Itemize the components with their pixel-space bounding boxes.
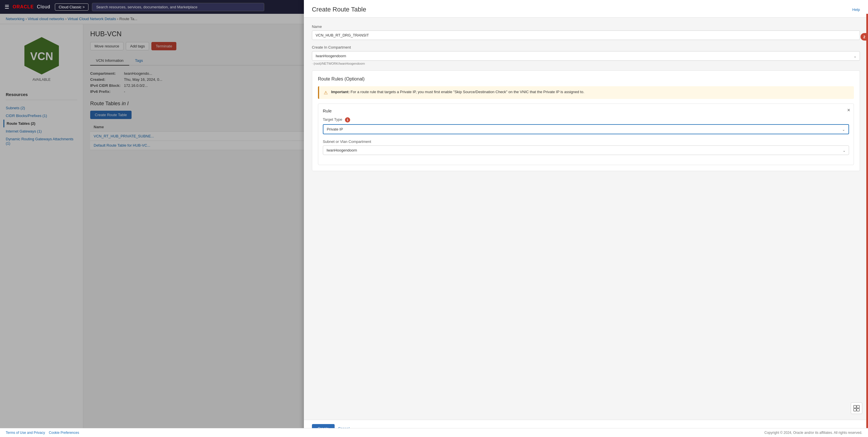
subnet-compartment-form-group: Subnet or Vlan Compartment IwanHoogendoo… — [323, 140, 849, 155]
rule-close-button[interactable]: × — [847, 107, 850, 113]
target-type-select-wrapper: Private IP — [323, 125, 848, 134]
modal-header: Create Route Table Help — [304, 0, 868, 18]
subnet-compartment-label: Subnet or Vlan Compartment — [323, 140, 849, 144]
oracle-logo: ORACLE Cloud — [13, 4, 50, 9]
hamburger-menu[interactable]: ☰ — [5, 4, 9, 10]
footer-copyright: Copyright © 2024, Oracle and/or its affi… — [764, 431, 862, 435]
important-banner: ⚠ Important: For a route rule that targe… — [318, 86, 854, 99]
scrollbar-indicator — [866, 14, 868, 436]
cloud-text: Cloud — [37, 4, 50, 9]
route-rules-title: Route Rules (Optional) — [318, 77, 854, 82]
important-title: Important: — [331, 90, 349, 94]
target-type-form-group: Target Type 1 Private IP — [323, 117, 849, 134]
badge-1: 1 — [345, 117, 350, 122]
svg-rect-2 — [854, 405, 856, 408]
route-rules-section: Route Rules (Optional) ⚠ Important: For … — [312, 70, 860, 171]
cloud-classic-label: Cloud Classic > — [59, 5, 85, 9]
cookie-link[interactable]: Cookie Preferences — [49, 431, 79, 435]
badge-2: 2 — [861, 33, 868, 40]
target-type-field: Private IP — [323, 124, 849, 134]
rule-card: Rule × Target Type 1 Private IP — [318, 104, 854, 165]
subnet-compartment-select[interactable]: IwanHoogendoorn — [323, 145, 849, 155]
compartment-form-group: Create In Compartment IwanHoogendoorn · … — [312, 45, 860, 65]
rule-title: Rule — [323, 108, 849, 113]
svg-rect-4 — [854, 409, 856, 411]
modal-title: Create Route Table — [312, 6, 366, 13]
footer: Terms of Use and Privacy Cookie Preferen… — [0, 428, 868, 436]
compartment-select[interactable]: IwanHoogendoorn — [312, 51, 860, 61]
subnet-compartment-select-wrapper: IwanHoogendoorn — [323, 145, 849, 155]
compartment-path: · (root)/NETWORK/IwanHoogendoorn — [312, 62, 860, 65]
oracle-text: ORACLE — [13, 4, 34, 9]
target-type-select[interactable]: Private IP — [323, 125, 848, 134]
modal-panel: Create Route Table Help Name Create In C… — [304, 0, 868, 436]
terms-link[interactable]: Terms of Use and Privacy — [6, 431, 45, 435]
warning-icon: ⚠ — [324, 90, 328, 95]
target-type-label: Target Type 1 — [323, 117, 849, 122]
footer-left: Terms of Use and Privacy Cookie Preferen… — [6, 431, 79, 435]
name-form-group: Name — [312, 24, 860, 40]
cloud-classic-button[interactable]: Cloud Classic > — [55, 3, 89, 11]
compartment-label-modal: Create In Compartment — [312, 45, 860, 50]
modal-body: Name Create In Compartment IwanHoogendoo… — [304, 18, 868, 420]
important-text: Important: For a route rule that targets… — [331, 90, 585, 94]
help-link[interactable]: Help — [852, 7, 860, 12]
floating-help-button[interactable] — [851, 403, 862, 414]
compartment-select-wrapper: IwanHoogendoorn — [312, 51, 860, 61]
name-label: Name — [312, 24, 860, 29]
svg-rect-5 — [857, 409, 859, 411]
important-body: For a route rule that targets a Private … — [351, 90, 585, 94]
svg-rect-3 — [857, 405, 859, 408]
search-input[interactable] — [92, 3, 264, 11]
name-input[interactable] — [312, 30, 860, 40]
